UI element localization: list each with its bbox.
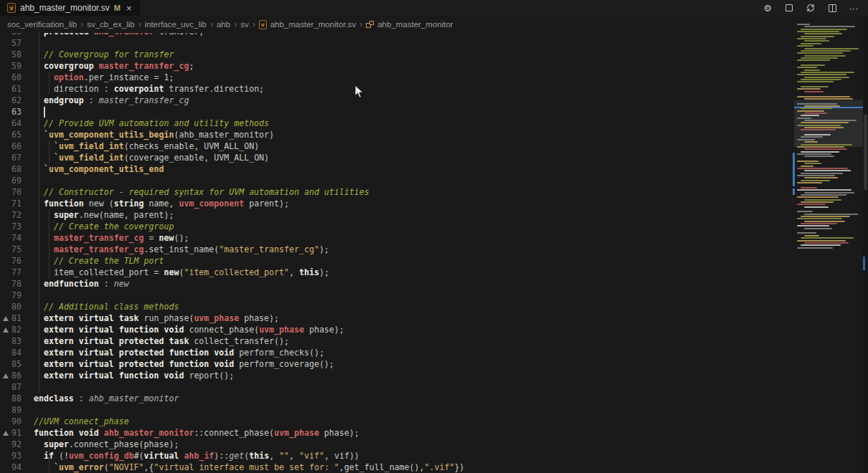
line-number[interactable]: 83 [11,335,22,347]
minimap-line [797,45,813,47]
code-line[interactable]: 59 covergroup master_transfer_cg; [0,60,790,72]
gutter-marker-icon[interactable] [0,427,11,439]
line-number[interactable]: 64 [11,118,22,129]
scrollbar-thumb[interactable] [864,115,867,190]
line-number[interactable]: 70 [11,186,22,198]
code-line[interactable]: 67 `uvm_field_int(coverage_enable, UVM_A… [0,152,790,163]
breadcrumb-item-sv_cb_ex_lib[interactable]: sv_cb_ex_lib [87,20,134,29]
line-number[interactable]: 62 [11,95,22,106]
code-line[interactable]: 77 item_collected_port = new("item_colle… [0,267,790,278]
code-line[interactable]: 93 if (!uvm_config_db#(virtual ahb_if)::… [0,450,790,462]
code-line[interactable]: 65 `uvm_component_utils_begin(ahb_master… [0,129,790,140]
line-number[interactable]: 78 [11,278,22,290]
code-line[interactable]: 69 [0,175,790,186]
code-line[interactable]: 64 // Provide UVM automation and utility… [0,118,790,129]
code-line[interactable]: 94 `uvm_error("NOVIF",{"virtual interfac… [0,462,790,473]
line-number[interactable]: 80 [11,301,22,312]
layout-square-icon[interactable] [783,2,795,14]
line-number[interactable]: 74 [11,232,22,244]
line-number[interactable]: 71 [11,198,22,209]
breadcrumb-item-sv[interactable]: sv [240,20,249,29]
code-line[interactable]: 61 direction : coverpoint transfer.direc… [0,83,790,95]
line-number[interactable]: 87 [11,381,22,393]
code-line[interactable]: 84 extern virtual protected function voi… [0,347,790,358]
line-number[interactable]: 89 [11,404,22,416]
code-line[interactable]: 62 endgroup : master_transfer_cg [0,95,790,106]
line-number[interactable]: 92 [11,439,22,450]
line-number[interactable]: 91 [11,427,22,439]
breadcrumb-item-soc_verification_lib[interactable]: soc_verification_lib [7,20,77,29]
line-number[interactable]: 69 [11,175,22,186]
split-editor-icon[interactable] [826,2,838,14]
code-line[interactable]: 72 super.new(name, parent); [0,209,790,221]
line-number[interactable]: 82 [11,324,22,335]
code-line[interactable]: 73 // Create the covergroup [0,221,790,232]
code-line[interactable]: 71 function new (string name, uvm_compon… [0,198,790,209]
breadcrumb-item-symbol[interactable]: ahb_master_monitor [366,20,453,29]
line-number[interactable]: 79 [11,290,22,301]
line-number[interactable]: 75 [11,244,22,255]
code-line[interactable]: 91function void ahb_master_monitor::conn… [0,427,790,439]
breadcrumb-item-interface_uvc_lib[interactable]: interface_uvc_lib [145,20,207,29]
code-line[interactable]: 83 extern virtual protected task collect… [0,335,790,347]
code-line[interactable]: 88endclass : ahb_master_monitor [0,393,790,404]
line-number[interactable]: 57 [11,37,22,49]
line-number[interactable]: 86 [11,370,22,381]
code-line[interactable]: 79 [0,290,790,301]
tab-close-icon[interactable]: × [126,4,132,13]
line-number[interactable]: 60 [11,72,22,83]
code-line[interactable]: 68 `uvm_component_utils_end [0,163,790,175]
breadcrumb-item-file[interactable]: vahb_master_monitor.sv [259,20,357,29]
gutter-marker-icon[interactable] [0,370,11,381]
line-number[interactable]: 59 [11,60,22,72]
code-line[interactable]: 89 [0,404,790,416]
code-line[interactable]: 60 option.per_instance = 1; [0,72,790,83]
line-number[interactable]: 93 [11,450,22,462]
code-editor[interactable]: 56 protected ahb_transfer transfer;5758 … [0,33,790,473]
line-number[interactable]: 66 [11,140,22,152]
minimap[interactable] [794,16,863,473]
tab-ahb-master-monitor[interactable]: v ahb_master_monitor.sv M × [0,0,140,16]
code-line[interactable]: 58 // Covergroup for transfer [0,49,790,60]
code-line[interactable]: 63 [0,106,790,118]
line-number[interactable]: 61 [11,83,22,95]
code-line[interactable]: 76 // Create the TLM port [0,255,790,267]
code-line[interactable]: 70 // Constructor - required syntax for … [0,186,790,198]
code-line[interactable]: 90//UVM connect_phase [0,416,790,427]
vertical-scrollbar[interactable] [863,16,868,473]
code-line[interactable]: 87 [0,381,790,393]
more-actions-icon[interactable]: ··· [848,2,859,14]
code-line[interactable]: 66 `uvm_field_int(checks_enable, UVM_ALL… [0,140,790,152]
settings-gear-icon[interactable]: ⚙ [762,2,773,14]
code-line[interactable]: 57 [0,37,790,49]
line-number[interactable]: 68 [11,163,22,175]
line-number[interactable]: 88 [11,393,22,404]
breadcrumb-item-ahb[interactable]: ahb [217,20,230,29]
line-number[interactable]: 94 [11,462,22,473]
line-number[interactable]: 77 [11,267,22,278]
code-line[interactable]: 82 extern virtual function void connect_… [0,324,790,335]
code-line[interactable]: 86 extern virtual function void report()… [0,370,790,381]
line-number[interactable]: 58 [11,49,22,60]
line-number[interactable]: 73 [11,221,22,232]
line-number[interactable]: 76 [11,255,22,267]
line-number[interactable]: 65 [11,129,22,140]
line-number[interactable]: 90 [11,416,22,427]
sync-changes-icon[interactable] [805,2,816,14]
gutter-marker-icon[interactable] [0,324,11,335]
systemverilog-file-icon: v [7,3,16,13]
gutter-marker-icon[interactable] [0,312,11,324]
line-number[interactable]: 81 [11,312,22,324]
code-line[interactable]: 81 extern virtual task run_phase(uvm_pha… [0,312,790,324]
code-line[interactable]: 75 master_transfer_cg.set_inst_name("mas… [0,244,790,255]
line-number[interactable]: 63 [11,106,22,118]
line-number[interactable]: 84 [11,347,22,358]
code-line[interactable]: 74 master_transfer_cg = new(); [0,232,790,244]
line-number[interactable]: 85 [11,358,22,370]
code-line[interactable]: 80 // Additional class methods [0,301,790,312]
code-line[interactable]: 85 extern virtual protected function voi… [0,358,790,370]
line-number[interactable]: 67 [11,152,22,163]
line-number[interactable]: 72 [11,209,22,221]
code-line[interactable]: 78 endfunction : new [0,278,790,290]
code-line[interactable]: 92 super.connect_phase(phase); [0,439,790,450]
